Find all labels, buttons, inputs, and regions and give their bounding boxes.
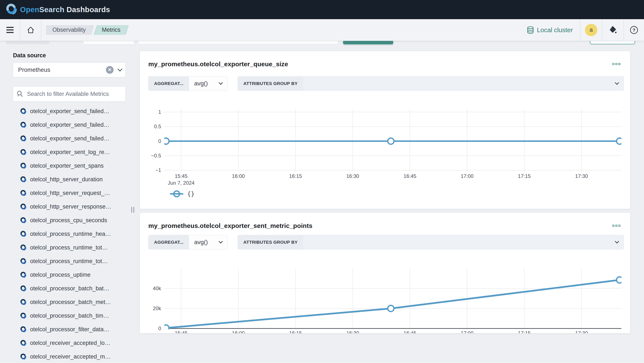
y-axis-tick-label: −0.5 <box>140 153 161 159</box>
data-point-marker <box>388 306 394 312</box>
aggregation-value: avg() <box>194 239 208 246</box>
account-button[interactable]: a <box>580 19 602 41</box>
metric-list-item[interactable]: otelcol_exporter_send_failed… <box>13 118 131 132</box>
legend-label: {} <box>187 190 195 197</box>
user-avatar: a <box>585 24 597 36</box>
opensearch-logo-icon <box>20 258 26 264</box>
x-axis-tick-label: 17:00 <box>452 173 482 179</box>
x-axis-tick-label: 15:45 <box>166 330 196 333</box>
opensearch-logo-icon <box>6 3 17 15</box>
group-by-select[interactable]: ATTRIBUTES GROUP BY <box>238 235 624 250</box>
metric-name: otelcol_process_uptime <box>30 272 90 278</box>
metric-name: otelcol_exporter_send_failed… <box>30 135 109 142</box>
metric-list-item[interactable]: otelcol_processor_filter_data… <box>13 323 131 336</box>
metric-list-item[interactable]: otelcol_exporter_send_failed… <box>13 132 131 145</box>
opensearch-logo-icon <box>20 190 26 196</box>
chevron-down-icon <box>615 80 619 85</box>
metric-list-item[interactable]: otelcol_process_cpu_seconds <box>13 213 131 227</box>
metric-list-item[interactable]: otelcol_http_server_request_… <box>13 186 131 200</box>
help-icon: ? <box>630 25 638 34</box>
metric-list-item[interactable]: otelcol_http_server_response… <box>13 200 131 213</box>
aggregation-label: AGGREGAT... <box>148 235 189 249</box>
svg-text:?: ? <box>632 27 635 33</box>
clipped-control-stub[interactable] <box>6 41 49 44</box>
metrics-search-box <box>13 86 126 102</box>
metric-name: otelcol_http_server_duration <box>30 176 103 183</box>
metric-list-item[interactable]: otelcol_exporter_sent_spans <box>13 159 131 173</box>
x-axis-tick-label: 17:30 <box>567 330 596 333</box>
opensearch-logo-icon <box>20 163 26 169</box>
clipped-primary-button-stub[interactable] <box>343 41 393 44</box>
x-axis-date-label: Jun 7, 2024 <box>158 180 204 186</box>
brand-title: OpenSearchDashboards <box>20 5 110 14</box>
opensearch-logo-icon <box>20 122 26 128</box>
search-input[interactable] <box>27 91 122 97</box>
data-source-value: Prometheus <box>18 66 106 73</box>
chevron-down-icon <box>219 239 223 244</box>
opensearch-logo-icon <box>20 217 26 223</box>
menu-button[interactable] <box>0 19 20 41</box>
metric-list-item[interactable]: otelcol_process_runtime_hea… <box>13 227 131 241</box>
line-chart-plot-area[interactable]: 40k20k015:4516:0016:1516:3016:4517:0017:… <box>140 213 630 333</box>
x-axis-tick-label: 15:45 <box>166 173 196 179</box>
chart-canvas <box>164 268 622 329</box>
search-icon <box>16 90 24 98</box>
opensearch-logo-icon <box>20 299 26 305</box>
metric-list-item[interactable]: otelcol_process_uptime <box>13 268 131 282</box>
clipped-searchbar-stub[interactable] <box>138 41 338 44</box>
card-title: my_prometheus.otelcol_exporter_sent_metr… <box>148 222 312 229</box>
metric-card-exporter-sent-metric-points: my_prometheus.otelcol_exporter_sent_metr… <box>140 213 630 333</box>
opensearch-logo-icon <box>20 285 26 292</box>
data-point-marker <box>388 138 394 144</box>
card-title: my_prometheus.otelcol_exporter_queue_siz… <box>148 60 288 68</box>
legend-item[interactable]: {} <box>170 189 195 199</box>
aggregation-select[interactable]: AGGREGAT... avg() <box>148 76 228 91</box>
available-metrics-list: otelcol_exporter_send_failed… otelcol_ex… <box>13 104 131 363</box>
metric-list-item[interactable]: otelcol_exporter_send_failed… <box>13 104 131 118</box>
group-by-label: ATTRIBUTES GROUP BY <box>238 235 303 249</box>
metric-name: otelcol_processor_batch_met… <box>30 299 111 306</box>
metric-list-item[interactable]: otelcol_http_server_duration <box>13 173 131 186</box>
y-axis-tick-label: 0 <box>140 325 161 332</box>
data-point-marker <box>164 325 169 329</box>
metric-list-item[interactable]: otelcol_receiver_accepted_m… <box>13 350 131 363</box>
metric-name: otelcol_receiver_accepted_m… <box>30 354 110 360</box>
metric-list-item[interactable]: otelcol_processor_batch_bat… <box>13 282 131 295</box>
x-axis-tick-label: 16:00 <box>223 173 253 179</box>
panel-resize-handle[interactable] <box>131 207 134 213</box>
clipped-select-stub[interactable] <box>83 41 134 44</box>
metric-list-item[interactable]: otelcol_process_runtime_tot… <box>13 254 131 268</box>
metric-name: otelcol_processor_filter_data… <box>30 326 109 333</box>
x-axis-tick-label: 16:45 <box>395 330 425 333</box>
opensearch-brand[interactable]: OpenSearchDashboards <box>6 3 110 16</box>
line-chart-plot-area[interactable]: 10.50−0.5−115:4516:0016:1516:3016:4517:0… <box>140 51 630 209</box>
breadcrumb-metrics[interactable]: Metrics <box>93 25 129 35</box>
metric-list-item[interactable]: otelcol_exporter_sent_log_re… <box>13 145 131 159</box>
metric-list-item[interactable]: otelcol_receiver_accepted_lo… <box>13 336 131 350</box>
aggregation-select[interactable]: AGGREGAT... avg() <box>148 235 228 250</box>
card-options-button[interactable] <box>612 62 621 66</box>
theme-button[interactable] <box>602 19 624 41</box>
nav-right-cluster-group: Local cluster a ? <box>520 19 644 41</box>
cluster-label: Local cluster <box>537 26 573 34</box>
y-axis-tick-label: 1 <box>140 109 161 115</box>
clear-selection-button[interactable]: ✕ <box>106 66 114 74</box>
help-button[interactable]: ? <box>624 19 644 41</box>
card-options-button[interactable] <box>612 224 621 228</box>
metric-list-item[interactable]: otelcol_process_runtime_tot… <box>13 241 131 254</box>
metric-list-item[interactable]: otelcol_processor_batch_tim… <box>13 309 131 323</box>
metric-name: otelcol_processor_batch_tim… <box>30 313 109 319</box>
local-cluster-button[interactable]: Local cluster <box>520 26 580 34</box>
metric-list-item[interactable]: otelcol_processor_batch_met… <box>13 295 131 309</box>
series-line <box>166 280 620 328</box>
home-button[interactable] <box>20 19 41 41</box>
data-source-combobox[interactable]: Prometheus ✕ <box>13 62 126 77</box>
chevron-down-icon <box>118 67 122 72</box>
y-axis-tick-label: 0 <box>140 138 161 144</box>
x-axis-tick-label: 16:30 <box>338 330 368 333</box>
breadcrumb-observability[interactable]: Observability <box>46 25 94 35</box>
opensearch-logo-icon <box>20 108 26 114</box>
clipped-outline-button-stub[interactable] <box>590 41 635 44</box>
data-source-label: Data source <box>13 52 46 59</box>
group-by-select[interactable]: ATTRIBUTES GROUP BY <box>238 76 624 91</box>
